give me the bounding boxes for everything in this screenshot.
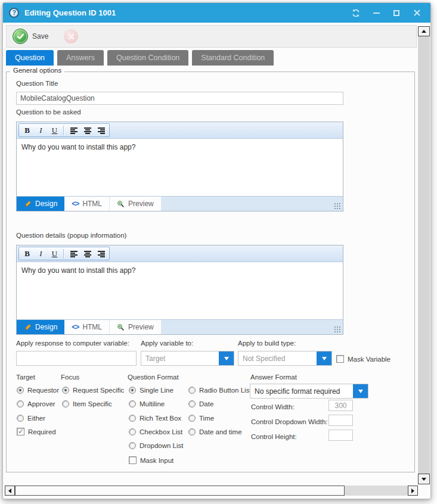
radio-date-and-time[interactable] [188,428,196,435]
mask-input-option: Mask Input [129,456,173,464]
maximize-icon [393,10,399,16]
editor-tab-design[interactable]: Design [17,320,64,334]
radio-date[interactable] [188,400,196,407]
apply-build-type-dropdown[interactable]: Not Specified [238,351,332,366]
radio-multiline[interactable] [129,400,136,407]
apply-variable-to-label: Apply variable to: [141,340,193,347]
underline-button[interactable]: U [48,248,61,259]
scroll-down-button[interactable] [418,474,430,484]
editor-tab-html[interactable]: <> HTML [64,320,110,334]
radio-checkbox-list[interactable] [129,428,136,435]
save-button[interactable]: Save [13,29,48,44]
apply-response-input[interactable] [16,351,137,366]
control-height-input[interactable] [328,430,353,441]
question-title-input[interactable] [16,92,343,105]
html-icon: <> [72,200,79,208]
align-left-icon[interactable] [67,125,80,136]
delete-x-icon [68,33,75,40]
answer-format-dropdown[interactable]: No specific format required [250,384,368,399]
italic-button[interactable]: I [35,125,47,136]
tab-question[interactable]: Question [6,50,54,66]
radio-item-specific[interactable] [62,400,69,407]
align-right-icon[interactable] [95,248,107,259]
resize-grip[interactable] [334,203,341,210]
radio-either[interactable] [17,415,24,422]
radio-item-specific-label: Item Specific [73,400,112,407]
chevron-down-icon [224,357,229,360]
triangle-up-icon [421,30,426,33]
save-check-icon [13,29,28,44]
align-center-icon[interactable] [81,125,94,136]
question-format-option: Multiline [129,400,165,407]
align-center-icon[interactable] [81,248,94,259]
scroll-left-button[interactable] [5,486,15,496]
magnifier-icon [117,200,125,208]
radio-request-specific[interactable] [62,387,69,394]
mask-input-checkbox[interactable] [129,456,137,464]
dropdown-arrow-button[interactable] [353,384,368,398]
close-icon [414,10,420,16]
apply-variable-to-dropdown[interactable]: Target [141,351,234,366]
close-button[interactable] [409,7,424,20]
question-details-content[interactable]: Why do you want to install this app? [17,262,343,319]
triangle-right-icon [411,489,414,493]
dropdown-arrow-button[interactable] [219,351,234,365]
underline-button[interactable]: U [48,125,61,136]
control-width-input[interactable] [328,400,353,411]
chevron-down-icon [322,357,327,360]
editor-tab-html[interactable]: <> HTML [64,197,110,211]
radio-single-line-label: Single Line [140,387,173,394]
radio-time-label: Time [199,415,214,422]
align-right-icon[interactable] [95,125,107,136]
radio-dropdown-list-label: Dropdown List [140,442,184,449]
radio-approver[interactable] [17,400,24,407]
scroll-up-button[interactable] [418,26,430,36]
tab-answers[interactable]: Answers [57,50,104,66]
horizontal-scrollbar-thumb[interactable] [15,486,345,496]
question-body-content[interactable]: Why do you want to install this app? [17,139,343,196]
help-icon[interactable]: ? [9,8,19,18]
radio-request-specific-label: Request Specific [73,387,124,394]
resize-grip[interactable] [334,326,341,333]
editor-tab-preview[interactable]: Preview [110,320,162,334]
mask-variable-checkbox[interactable] [336,355,344,363]
preview-tab-label: Preview [128,323,154,331]
refresh-button[interactable] [348,7,364,20]
radio-requestor[interactable] [17,387,24,394]
tab-standard-condition[interactable]: Standard Condition [192,50,274,66]
radio-time[interactable] [188,415,196,422]
required-checkbox[interactable] [17,428,24,435]
editor-tab-preview[interactable]: Preview [110,197,162,211]
toolbar-separator [64,126,64,135]
refresh-icon [351,8,361,18]
tab-question-condition[interactable]: Question Condition [107,50,188,66]
focus-section-label: Focus [61,374,79,381]
radio-approver-label: Approver [27,400,55,407]
scroll-right-button[interactable] [408,486,418,496]
horizontal-scrollbar-track[interactable] [345,486,408,496]
radio-rich-text-box-label: Rich Text Box [140,415,181,422]
target-option: Either [17,415,45,422]
bold-button[interactable]: B [21,248,33,259]
question-body-editor: B I U Why do you want to install this ap… [16,122,343,211]
radio-radio-button-list-label: Radio Button List [199,387,252,394]
radio-dropdown-list[interactable] [129,442,136,449]
minimize-button[interactable] [368,7,384,20]
mask-variable-label: Mask Variable [348,356,390,363]
target-option: Requestor [17,387,59,394]
maximize-button[interactable] [389,7,404,20]
control-dropdown-width-input[interactable] [328,415,353,426]
delete-button-disabled[interactable] [64,29,78,43]
chevron-down-icon [358,390,363,393]
align-left-icon[interactable] [67,248,80,259]
italic-button[interactable]: I [35,248,47,259]
magnifier-icon [117,323,125,331]
dropdown-arrow-button[interactable] [317,351,331,365]
vertical-scrollbar-track[interactable] [418,36,430,474]
question-format-option: Checkbox List [129,428,182,435]
editor-tab-design[interactable]: Design [17,197,64,211]
radio-rich-text-box[interactable] [129,415,136,422]
bold-button[interactable]: B [21,125,33,136]
radio-radio-button-list[interactable] [188,387,196,394]
radio-single-line[interactable] [129,387,136,394]
